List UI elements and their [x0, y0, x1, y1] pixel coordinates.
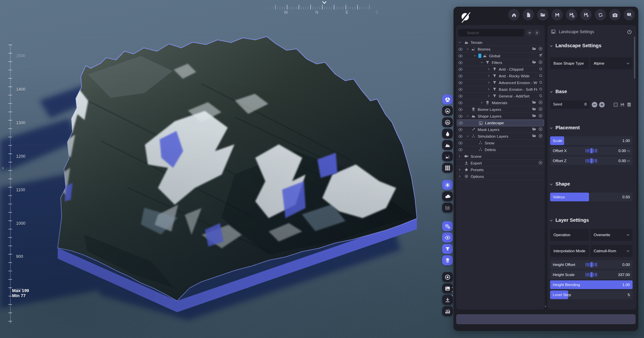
visibility-toggle[interactable]	[458, 80, 464, 85]
side-droplet-button[interactable]	[442, 129, 453, 139]
side-gears-button[interactable]	[442, 221, 453, 231]
tree-item-snow[interactable]: Snow	[456, 140, 545, 146]
side-cloud-button[interactable]	[442, 191, 453, 201]
left-panel-expander[interactable]: ›	[2, 165, 4, 171]
seed-increment-button[interactable]	[599, 102, 605, 108]
visibility-toggle[interactable]	[458, 74, 464, 78]
visibility-toggle[interactable]	[458, 114, 464, 119]
visibility-toggle[interactable]	[458, 54, 464, 58]
save-plus-button[interactable]	[566, 9, 577, 20]
visibility-toggle[interactable]	[458, 60, 464, 65]
panel-resize-handle[interactable]	[452, 287, 453, 296]
color-chip[interactable]	[478, 54, 481, 58]
tree-item-general-add-set[interactable]: General - Add/Set	[456, 93, 545, 99]
expand-toggle[interactable]	[458, 175, 464, 178]
expand-toggle[interactable]	[458, 155, 464, 158]
app-logo-icon[interactable]	[459, 10, 472, 23]
add-button[interactable]	[538, 113, 543, 119]
side-layers-button[interactable]	[442, 255, 453, 265]
column-resize-handle[interactable]	[545, 306, 546, 307]
sync-button[interactable]	[539, 80, 543, 86]
tree-item-materials[interactable]: Materials	[456, 99, 545, 106]
side-sun-button[interactable]	[442, 180, 453, 190]
file-button[interactable]	[523, 9, 534, 20]
scrollbar-thumb[interactable]	[634, 37, 635, 79]
side-record-button[interactable]	[442, 272, 453, 282]
open-group-button[interactable]	[532, 127, 536, 133]
operation-dropdown[interactable]: Overwrite	[590, 229, 633, 241]
side-waves-button[interactable]	[442, 203, 453, 213]
offset-z-field[interactable]: Offset Z 0.00m	[550, 156, 633, 165]
expand-toggle[interactable]	[466, 115, 471, 118]
visibility-toggle[interactable]	[458, 67, 464, 72]
seed-decrement-button[interactable]	[591, 102, 598, 108]
section-layer-settings[interactable]: Layer Settings	[550, 217, 634, 224]
expand-toggle[interactable]	[487, 68, 492, 71]
tree-item-global[interactable]: Global	[456, 53, 545, 59]
add-button[interactable]	[538, 107, 543, 113]
side-mountain-circle-button[interactable]	[442, 106, 453, 116]
visibility-toggle[interactable]	[458, 141, 464, 145]
side-terrain-view-button[interactable]	[442, 94, 453, 105]
tree-item-landscape[interactable]: Landscape	[457, 120, 544, 126]
section-base[interactable]: Base	[550, 89, 634, 95]
tree-item-arid-chipped[interactable]: Arid - Chipped	[456, 66, 545, 73]
side-eye-button[interactable]	[442, 232, 453, 243]
expand-toggle[interactable]	[458, 41, 464, 44]
visibility-toggle[interactable]	[458, 147, 464, 152]
side-peaks-button[interactable]	[442, 151, 453, 161]
open-group-button[interactable]	[532, 100, 536, 106]
section-landscape-settings[interactable]: Landscape Settings	[550, 43, 634, 50]
save-edit-button[interactable]	[580, 9, 592, 20]
expand-toggle[interactable]	[466, 48, 471, 51]
seed-field[interactable]: Seed 0	[550, 100, 590, 109]
section-placement[interactable]: Placement	[550, 125, 634, 132]
side-chart-button[interactable]	[442, 306, 453, 316]
visibility-toggle[interactable]	[458, 107, 464, 112]
add-layer-button[interactable]	[538, 53, 543, 59]
tree-item-filters[interactable]: Filters	[456, 59, 545, 66]
expand-toggle[interactable]	[466, 135, 471, 138]
tree-item-shape-layers[interactable]: Shape Layers	[456, 113, 545, 120]
level-step-slider[interactable]: Level Step 5	[550, 290, 633, 299]
expand-toggle[interactable]	[487, 81, 492, 84]
search-next-button[interactable]	[534, 29, 540, 36]
open-group-button[interactable]	[532, 107, 536, 113]
tree-item-biomes[interactable]: Biomes	[456, 46, 545, 53]
side-funnel-button[interactable]	[442, 244, 453, 254]
side-image-button[interactable]	[442, 283, 453, 293]
section-shape[interactable]: Shape	[550, 181, 634, 188]
sync-button[interactable]	[539, 93, 543, 99]
visibility-toggle[interactable]	[458, 134, 464, 139]
side-grid-button[interactable]	[442, 163, 453, 173]
sync-button[interactable]	[539, 66, 543, 72]
tree-item-terrain[interactable]: Terrain	[456, 39, 545, 46]
add-button[interactable]	[538, 127, 543, 133]
tree-item-biome-layers[interactable]: Biome Layers	[456, 106, 545, 113]
offset-x-field[interactable]: Offset X 0.00m	[550, 146, 633, 155]
expand-toggle[interactable]	[480, 61, 485, 64]
interpolation-mode-dropdown[interactable]: Catmull-Rom	[590, 245, 633, 257]
add-button[interactable]	[538, 46, 543, 52]
expand-toggle[interactable]	[473, 54, 478, 57]
tree-item-export[interactable]: Export	[456, 160, 545, 166]
add-button[interactable]	[538, 60, 543, 66]
height-scale-field[interactable]: Height Scale 337.00	[550, 270, 633, 279]
side-mountain-button[interactable]	[442, 140, 453, 150]
open-group-button[interactable]	[532, 133, 536, 139]
tree-item-presets[interactable]: Presets	[456, 166, 545, 173]
side-mountain-ring-button[interactable]	[442, 117, 453, 127]
visibility-toggle[interactable]	[459, 121, 465, 125]
tree-item-mask-layers[interactable]: Mask Layers	[456, 126, 545, 133]
height-offset-field[interactable]: Height Offset 0.00	[550, 260, 633, 269]
value-scrubber[interactable]	[586, 148, 597, 153]
search-filter-button[interactable]	[526, 29, 533, 36]
side-download-button[interactable]	[442, 295, 453, 305]
valleys-slider[interactable]: Valleys 0.50	[550, 193, 633, 201]
scale-slider[interactable]: Scale 1.00	[550, 136, 633, 145]
open-group-button[interactable]	[532, 46, 536, 52]
tree-item-debris[interactable]: Debris	[456, 146, 545, 153]
help-button[interactable]: ?	[624, 9, 635, 20]
expand-toggle[interactable]	[487, 88, 492, 91]
visibility-toggle[interactable]	[458, 94, 464, 98]
